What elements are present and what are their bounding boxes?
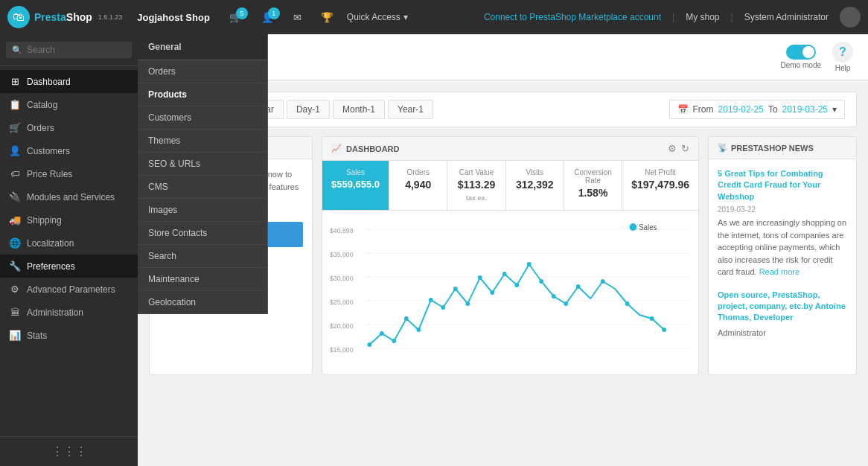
sidebar: 🔍 ⊞ Dashboard 📋 Catalog 🛒 Orders 👤 Custo… xyxy=(0,34,138,466)
submenu-item-images[interactable]: Images xyxy=(138,199,267,222)
search-bar: 🔍 xyxy=(0,34,138,66)
svg-point-27 xyxy=(527,262,532,266)
conversion-label: Conversion Rate xyxy=(573,168,613,185)
sidebar-item-label: Catalog xyxy=(27,100,57,110)
visits-label: Visits xyxy=(515,168,555,176)
sidebar-item-localization[interactable]: 🌐 Localization xyxy=(0,232,138,255)
shipping-icon: 🚚 xyxy=(9,214,21,226)
sidebar-item-label: Price Rules xyxy=(27,169,72,179)
sidebar-item-stats[interactable]: 📊 Stats xyxy=(0,324,138,347)
sidebar-nav: ⊞ Dashboard 📋 Catalog 🛒 Orders 👤 Custome… xyxy=(0,66,138,436)
news-panel: 📡 PRESTASHOP NEWS 5 Great Tips for Comba… xyxy=(708,136,857,375)
submenu-item-store-contacts[interactable]: Store Contacts xyxy=(138,222,267,245)
connect-marketplace-link[interactable]: Connect to PrestaShop Marketplace accoun… xyxy=(484,12,661,22)
period-month1-button[interactable]: Month-1 xyxy=(333,100,385,119)
submenu-item-customers[interactable]: Customers xyxy=(138,106,267,130)
news-icon: 📡 xyxy=(718,143,728,153)
date-from: 2019-02-25 xyxy=(718,104,764,115)
svg-point-31 xyxy=(576,284,581,289)
submenu-item-themes[interactable]: Themes xyxy=(138,130,267,153)
svg-text:$20,000: $20,000 xyxy=(330,322,354,330)
chart-refresh-button[interactable]: ↻ xyxy=(681,143,689,154)
submenu-item-products[interactable]: Products xyxy=(138,83,267,106)
chart-icon: 📈 xyxy=(331,144,342,153)
top-navigation: 🛍 PrestaShop 1.6.1.23 Jogjahost Shop 🛒5 … xyxy=(0,0,868,34)
calendar-icon: 📅 xyxy=(677,104,689,115)
stats-icon: 📊 xyxy=(9,330,21,341)
news-item-2: Open source, PrestaShop, project, compan… xyxy=(718,290,847,339)
quick-access-button[interactable]: Quick Access ▾ xyxy=(347,12,408,22)
sidebar-item-administration[interactable]: 🏛 Administration xyxy=(0,301,138,324)
submenu-item-seo[interactable]: SEO & URLs xyxy=(138,153,267,176)
profit-label: Net Profit xyxy=(631,168,689,176)
trophy-button[interactable]: 🏆 xyxy=(315,9,339,26)
orders-button[interactable]: 👤1 xyxy=(255,9,280,26)
logo-icon: 🛍 xyxy=(7,6,30,28)
profit-value: $197,479.96 xyxy=(631,179,689,191)
svg-point-32 xyxy=(601,279,605,284)
svg-text:$35,000: $35,000 xyxy=(330,251,354,258)
news-item-2-title[interactable]: Open source, PrestaShop, project, compan… xyxy=(718,290,847,324)
sidebar-item-shipping[interactable]: 🚚 Shipping xyxy=(0,208,138,232)
search-input[interactable] xyxy=(27,45,126,55)
customers-icon: 👤 xyxy=(9,145,21,156)
submenu-item-geolocation[interactable]: Geolocation xyxy=(138,291,267,314)
catalog-icon: 📋 xyxy=(9,99,21,110)
svg-point-33 xyxy=(625,301,630,306)
period-year1-button[interactable]: Year-1 xyxy=(388,100,433,119)
demo-mode-toggle[interactable] xyxy=(786,45,816,60)
orders-label: Orders xyxy=(398,168,438,176)
news-item-1: 5 Great Tips for Combating Credit Card F… xyxy=(718,168,847,278)
my-shop-link[interactable]: My shop xyxy=(686,12,719,22)
news-item-1-date: 2019-03-22 xyxy=(718,205,847,214)
sidebar-item-advanced[interactable]: ⚙ Advanced Parameters xyxy=(0,278,138,301)
nav-right: Connect to PrestaShop Marketplace accoun… xyxy=(484,7,861,28)
logo-area: 🛍 PrestaShop 1.6.1.23 xyxy=(7,6,122,28)
sidebar-item-price-rules[interactable]: 🏷 Price Rules xyxy=(0,162,138,185)
email-button[interactable]: ✉ xyxy=(287,9,307,26)
shop-name: Jogjahost Shop xyxy=(137,12,210,23)
sales-value: $559,655.0 xyxy=(331,179,380,190)
svg-point-35 xyxy=(662,328,666,332)
admin-link[interactable]: System Administrator xyxy=(744,12,829,22)
date-range-picker[interactable]: 📅 From 2019-02-25 To 2019-03-25 ▾ xyxy=(669,100,845,119)
news-title-label: PRESTASHOP NEWS xyxy=(731,144,814,153)
sales-label: Sales xyxy=(331,168,380,176)
cart-label: Cart Value xyxy=(456,168,496,176)
conversion-value: 1.58% xyxy=(573,187,613,199)
svg-point-14 xyxy=(367,342,371,347)
period-day1-button[interactable]: Day-1 xyxy=(287,100,330,119)
help-button[interactable]: ? Help xyxy=(832,42,853,72)
svg-point-21 xyxy=(453,287,458,291)
svg-point-30 xyxy=(564,301,568,306)
cart-button[interactable]: 🛒5 xyxy=(223,9,248,26)
search-input-wrap: 🔍 xyxy=(6,42,132,58)
submenu-item-cms[interactable]: CMS xyxy=(138,176,267,199)
submenu-item-orders[interactable]: Orders xyxy=(138,60,267,83)
sidebar-item-customers[interactable]: 👤 Customers xyxy=(0,139,138,162)
svg-text:$15,000: $15,000 xyxy=(330,346,354,354)
toggle-knob xyxy=(802,46,814,58)
submenu-item-maintenance[interactable]: Maintenance xyxy=(138,268,267,291)
chart-settings-button[interactable]: ⚙ xyxy=(668,143,677,154)
metric-visits: Visits 312,392 xyxy=(506,161,564,210)
submenu-header: General xyxy=(138,34,267,60)
sidebar-item-dashboard[interactable]: ⊞ Dashboard xyxy=(0,70,138,93)
orders-value: 4,940 xyxy=(398,179,438,191)
news-item-1-readmore[interactable]: Read more xyxy=(759,267,800,276)
sidebar-item-label: Customers xyxy=(27,146,70,156)
submenu-item-search[interactable]: Search xyxy=(138,245,267,268)
sidebar-item-catalog[interactable]: 📋 Catalog xyxy=(0,93,138,116)
collapse-sidebar-button[interactable]: ⋮⋮⋮ xyxy=(51,444,87,459)
svg-point-23 xyxy=(478,275,482,280)
visits-value: 312,392 xyxy=(515,179,555,191)
orders-badge: 1 xyxy=(268,7,280,19)
news-item-1-title[interactable]: 5 Great Tips for Combating Credit Card F… xyxy=(718,168,847,202)
metric-sales: Sales $559,655.0 xyxy=(322,161,389,210)
sidebar-item-label: Orders xyxy=(27,123,54,133)
sidebar-item-orders[interactable]: 🛒 Orders xyxy=(0,116,138,139)
sidebar-item-modules[interactable]: 🔌 Modules and Services xyxy=(0,185,138,208)
metrics-row: Sales $559,655.0 Orders 4,940 Cart Value… xyxy=(322,161,698,211)
date-to: 2019-03-25 xyxy=(782,104,828,115)
sidebar-item-preferences[interactable]: 🔧 Preferences xyxy=(0,255,138,278)
